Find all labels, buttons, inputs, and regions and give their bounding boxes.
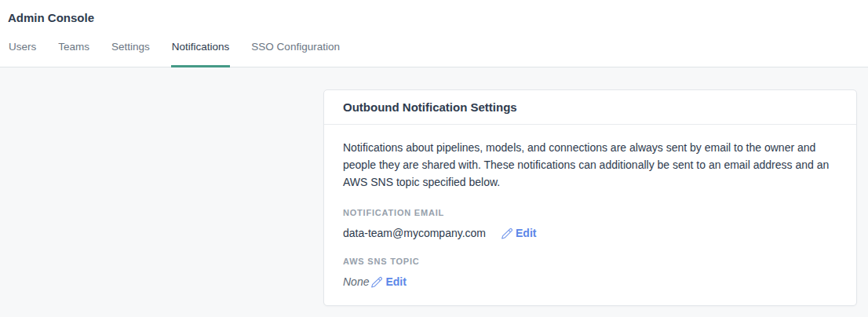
aws-sns-topic-label: AWS SNS TOPIC bbox=[343, 257, 837, 267]
admin-console-screen: Admin Console Users Teams Settings Notif… bbox=[0, 0, 868, 317]
outbound-notification-settings-card: Outbound Notification Settings Notificat… bbox=[323, 89, 857, 306]
tab-notifications[interactable]: Notifications bbox=[171, 39, 231, 67]
edit-label: Edit bbox=[385, 274, 406, 290]
pencil-icon bbox=[501, 228, 512, 239]
card-body: Notifications about pipelines, models, a… bbox=[324, 125, 856, 305]
tab-sso-configuration[interactable]: SSO Configuration bbox=[250, 39, 341, 67]
tab-bar: Users Teams Settings Notifications SSO C… bbox=[0, 39, 868, 67]
notification-email-field: NOTIFICATION EMAIL data-team@mycompany.c… bbox=[343, 208, 837, 241]
notification-email-row: data-team@mycompany.com Edit bbox=[343, 225, 837, 241]
tab-teams[interactable]: Teams bbox=[57, 39, 90, 67]
edit-notification-email-button[interactable]: Edit bbox=[501, 225, 536, 241]
page-title: Admin Console bbox=[0, 0, 868, 25]
card-title: Outbound Notification Settings bbox=[324, 90, 856, 125]
aws-sns-topic-value: None bbox=[343, 274, 369, 290]
tab-settings[interactable]: Settings bbox=[111, 39, 151, 67]
aws-sns-topic-field: AWS SNS TOPIC None Edit bbox=[343, 257, 837, 290]
notification-email-value: data-team@mycompany.com bbox=[343, 225, 486, 241]
topbar: Admin Console Users Teams Settings Notif… bbox=[0, 0, 868, 67]
card-description: Notifications about pipelines, models, a… bbox=[343, 139, 837, 191]
notification-email-label: NOTIFICATION EMAIL bbox=[343, 208, 837, 218]
tab-users[interactable]: Users bbox=[8, 39, 37, 67]
edit-aws-sns-topic-button[interactable]: Edit bbox=[370, 274, 406, 290]
pencil-icon bbox=[370, 276, 382, 288]
aws-sns-topic-row: None Edit bbox=[343, 274, 837, 290]
content-area: Outbound Notification Settings Notificat… bbox=[0, 67, 868, 317]
edit-label: Edit bbox=[516, 225, 536, 241]
